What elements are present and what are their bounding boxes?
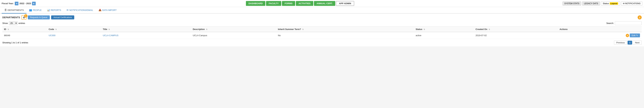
- entries-label: entries: [18, 22, 25, 24]
- departments-heading: DEPARTMENTS: [2, 16, 20, 19]
- nav-activities[interactable]: ACTIVITIES: [296, 1, 313, 6]
- fiscal-year-section: Fiscal Year: ◄ 2022 - 2023 ►: [2, 2, 36, 5]
- system-stats-btn[interactable]: SYSTEM STATS: [562, 2, 581, 6]
- top-bar: Fiscal Year: ◄ 2022 - 2023 ► DASHBOARD F…: [0, 0, 644, 7]
- edit-icon: ✎: [636, 34, 638, 37]
- tab-bar: 🗄 DEPARTMENTS 👥 PEOPLE 📊 REPORTS ✉ NOTIF…: [0, 7, 644, 14]
- sort-summer-icon: ⇅: [302, 28, 304, 30]
- col-id[interactable]: ID ⇅: [2, 26, 47, 32]
- nav-links: DASHBOARD FACULTY FORMS ACTIVITIES ANNUA…: [39, 1, 561, 6]
- showing-text: Showing 1 to 1 of 1 entries: [2, 41, 28, 44]
- main-content: DEPARTMENTS ⊞ 1 Requests In Queue Annual…: [0, 14, 644, 46]
- col-description[interactable]: Description ⇅: [191, 26, 276, 32]
- actions-cell: 4 Edit ✎: [560, 34, 640, 37]
- next-btn[interactable]: Next: [633, 40, 642, 45]
- legend-badge: Legend: [610, 2, 618, 5]
- search-label: Search:: [606, 22, 614, 24]
- fiscal-year-label: Fiscal Year:: [2, 2, 14, 5]
- table-header-row: ID ⇅ Code ⇅ Title ⇅ Description ⇅ Inheri…: [2, 26, 642, 32]
- badge-2[interactable]: 2: [638, 16, 642, 20]
- cell-code[interactable]: UC000: [47, 32, 101, 39]
- show-entries: Show 25 50 100 entries: [2, 21, 25, 25]
- reports-icon: 📊: [47, 9, 50, 12]
- header-right: 2: [638, 16, 642, 20]
- table-footer: Showing 1 to 1 of 1 entries Previous 1 N…: [2, 40, 642, 45]
- search-input[interactable]: [615, 21, 642, 25]
- page-1-btn[interactable]: 1: [628, 41, 632, 44]
- col-code[interactable]: Code ⇅: [47, 26, 101, 32]
- col-inherit-summer[interactable]: Inherit Summer Term? ⇅: [276, 26, 414, 32]
- tab-notifications-email-label: NOTIFICATIONS/EMAIL: [70, 9, 93, 12]
- cell-title[interactable]: UCLA CAMPUS: [101, 32, 191, 39]
- entries-select[interactable]: 25 50 100: [9, 21, 18, 25]
- show-label: Show: [2, 22, 8, 24]
- nav-dashboard[interactable]: DASHBOARD: [246, 1, 266, 6]
- requests-in-queue-btn[interactable]: Requests In Queue: [28, 16, 50, 20]
- search-box: Search:: [606, 21, 642, 25]
- legacy-oats-btn[interactable]: LEGACY OATS: [582, 2, 600, 6]
- tab-reports-label: REPORTS: [50, 9, 61, 12]
- sort-status-icon: ⇅: [424, 28, 425, 30]
- nav-app-admin[interactable]: APP ADMIN: [336, 1, 354, 6]
- content-header: DEPARTMENTS ⊞ 1 Requests In Queue Annual…: [2, 15, 642, 20]
- badge-4: 4: [626, 34, 629, 37]
- status-legend-btn[interactable]: Status Legend: [601, 1, 620, 6]
- cell-inherit-summer: No: [276, 32, 414, 39]
- tab-reports[interactable]: 📊 REPORTS: [44, 7, 64, 14]
- edit-label: Edit: [632, 34, 636, 37]
- people-icon: 👥: [29, 9, 32, 12]
- notifications-btn[interactable]: ✉ NOTIFICATIONS: [621, 2, 642, 6]
- annual-certifications-btn[interactable]: Annual Certifications: [51, 16, 74, 20]
- departments-icon: 🗄: [4, 9, 7, 12]
- col-title[interactable]: Title ⇅: [101, 26, 191, 32]
- fiscal-year-prev-btn[interactable]: ◄: [15, 2, 18, 5]
- tab-notifications-email[interactable]: ✉ NOTIFICATIONS/EMAIL: [64, 7, 96, 14]
- nav-faculty[interactable]: FACULTY: [266, 1, 281, 6]
- code-link[interactable]: UC000: [48, 34, 55, 37]
- cell-actions: 4 Edit ✎: [558, 32, 642, 39]
- tab-data-import[interactable]: 📥 DATA IMPORT: [96, 7, 119, 14]
- data-table: ID ⇅ Code ⇅ Title ⇅ Description ⇅ Inheri…: [2, 26, 642, 39]
- cell-id: 86049: [2, 32, 47, 39]
- tab-people[interactable]: 👥 PEOPLE: [26, 7, 44, 14]
- sort-title-icon: ⇅: [108, 28, 110, 30]
- title-link[interactable]: UCLA CAMPUS: [103, 34, 118, 37]
- table-row: 86049 UC000 UCLA CAMPUS UCLA Campus No a…: [2, 32, 642, 39]
- cell-created-on: 2019-07-02: [474, 32, 558, 39]
- col-status[interactable]: Status ⇅: [414, 26, 474, 32]
- top-right: SYSTEM STATS LEGACY OATS Status Legend ✉…: [562, 1, 642, 6]
- nav-annual-cert[interactable]: ANNUAL CERT.: [314, 1, 336, 6]
- tab-departments[interactable]: 🗄 DEPARTMENTS: [2, 7, 26, 14]
- fiscal-year-value: 2022 - 2023: [20, 2, 31, 5]
- cell-description: UCLA Campus: [191, 32, 276, 39]
- col-created-on[interactable]: Created On ⇅: [474, 26, 558, 32]
- tab-people-label: PEOPLE: [33, 9, 42, 12]
- edit-btn[interactable]: Edit ✎: [630, 34, 640, 37]
- table-controls: Show 25 50 100 entries Search:: [2, 21, 642, 25]
- tab-departments-label: DEPARTMENTS: [8, 9, 24, 12]
- col-actions: Actions: [558, 26, 642, 32]
- status-label-text: Status: [603, 2, 609, 5]
- previous-btn[interactable]: Previous: [614, 40, 627, 45]
- data-import-icon: 📥: [98, 9, 102, 12]
- cell-status: active: [414, 32, 474, 39]
- notifications-email-icon: ✉: [66, 9, 68, 12]
- table-view-btn[interactable]: ⊞ 1: [22, 15, 26, 20]
- fiscal-year-next-btn[interactable]: ►: [32, 2, 36, 5]
- badge-1: 1: [24, 14, 28, 18]
- sort-code-icon: ⇅: [55, 28, 57, 30]
- tab-data-import-label: DATA IMPORT: [102, 9, 117, 12]
- sort-id-icon: ⇅: [8, 28, 9, 30]
- sort-created-icon: ⇅: [488, 28, 490, 30]
- sort-desc-icon: ⇅: [206, 28, 207, 30]
- pagination: Previous 1 Next: [614, 40, 642, 45]
- nav-forms[interactable]: FORMS: [282, 1, 295, 6]
